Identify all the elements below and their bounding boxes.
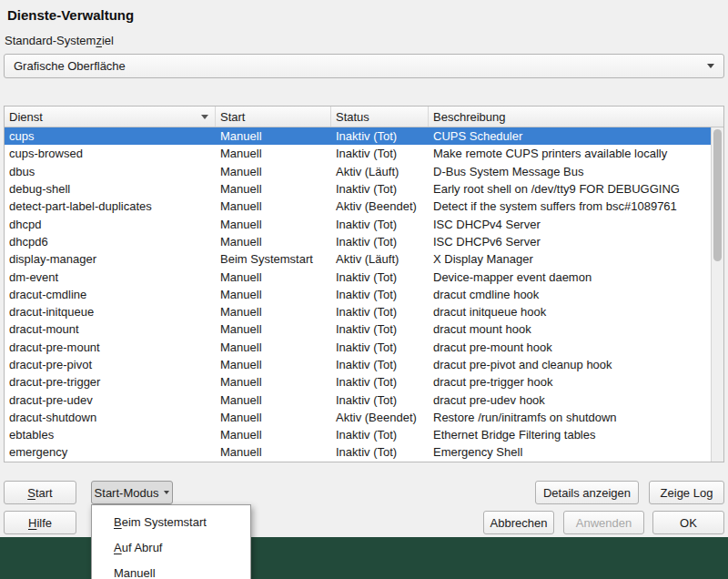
start-button[interactable]: Start	[4, 481, 76, 504]
cell-start: Manuell	[216, 375, 331, 389]
table-row[interactable]: dracut-mountManuellInaktiv (Tot)dracut m…	[5, 320, 711, 338]
cell-description: Early root shell on /dev/tty9 FOR DEBUGG…	[429, 182, 711, 196]
table-row[interactable]: ebtablesManuellInaktiv (Tot)Ethernet Bri…	[5, 426, 711, 443]
menu-item-label: eim Systemstart	[122, 515, 207, 529]
cell-description: dracut mount hook	[429, 322, 711, 336]
start-mode-menu: Beim SystemstartAuf AbrufManuell	[91, 504, 251, 579]
cell-description: D-Bus System Message Bus	[429, 165, 711, 178]
menu-item[interactable]: Auf Abruf	[92, 534, 250, 560]
cell-status: Inaktiv (Tot)	[331, 235, 429, 249]
table-row[interactable]: dhcpd6ManuellInaktiv (Tot)ISC DHCPv6 Ser…	[5, 233, 711, 250]
column-header-label: Dienst	[9, 110, 43, 124]
cell-service: dracut-pre-pivot	[5, 358, 216, 371]
menu-item[interactable]: Beim Systemstart	[92, 509, 250, 534]
cell-description: dracut pre-udev hook	[429, 393, 711, 407]
table-row[interactable]: dracut-pre-pivotManuellInaktiv (Tot)drac…	[5, 356, 711, 373]
help-button[interactable]: Hilfe	[4, 511, 76, 534]
chevron-down-icon	[164, 491, 169, 494]
cell-description: Device-mapper event daemon	[429, 270, 711, 284]
apply-button[interactable]: Anwenden	[563, 511, 644, 534]
table-row[interactable]: dm-eventManuellInaktiv (Tot)Device-mappe…	[5, 268, 711, 285]
cell-status: Inaktiv (Tot)	[331, 428, 429, 442]
combobox-value: Grafische Oberfläche	[14, 59, 126, 73]
table-header: Dienst Start Status Beschreibung	[5, 107, 723, 127]
cell-status: Inaktiv (Tot)	[331, 340, 429, 354]
table-row[interactable]: dracut-pre-triggerManuellInaktiv (Tot)dr…	[5, 373, 711, 391]
table-row[interactable]: cups-browsedManuellInaktiv (Tot)Make rem…	[5, 145, 711, 162]
cell-description: dracut initqueue hook	[429, 305, 711, 319]
column-header-status[interactable]: Status	[331, 107, 429, 127]
table-row[interactable]: cupsManuellInaktiv (Tot)CUPS Scheduler	[5, 127, 711, 145]
cell-status: Aktiv (Beendet)	[331, 411, 429, 424]
cell-start: Manuell	[216, 393, 331, 407]
table-row[interactable]: emergencyManuellInaktiv (Tot)Emergency S…	[5, 443, 711, 461]
services-table: Dienst Start Status Beschreibung cupsMan…	[4, 106, 724, 462]
cell-description: CUPS Scheduler	[429, 129, 711, 143]
table-row[interactable]: dbusManuellAktiv (Läuft)D-Bus System Mes…	[5, 163, 711, 180]
page-title: Dienste-Verwaltung	[7, 7, 134, 23]
cell-service: emergency	[5, 445, 216, 459]
column-header-label: Status	[336, 110, 369, 124]
cell-start: Manuell	[216, 218, 331, 231]
cell-service: ebtables	[5, 428, 216, 442]
column-header-label: Start	[220, 110, 245, 124]
menu-item-label: uf Abruf	[122, 541, 163, 554]
show-log-button[interactable]: Zeige Log	[649, 481, 724, 504]
scrollbar-thumb[interactable]	[713, 129, 722, 261]
ok-button[interactable]: OK	[652, 511, 724, 534]
cancel-button[interactable]: Abbrechen	[483, 511, 554, 534]
cell-start: Manuell	[216, 445, 331, 459]
cell-service: dracut-pre-trigger	[5, 375, 216, 389]
cell-start: Manuell	[216, 270, 331, 284]
cell-description: Restore /run/initramfs on shutdown	[429, 411, 711, 424]
menu-item-mnemonic: B	[114, 515, 122, 529]
cell-status: Inaktiv (Tot)	[331, 445, 429, 459]
button-label: tart	[35, 486, 53, 500]
column-header-dienst[interactable]: Dienst	[5, 107, 216, 127]
button-label: Start-Modus	[95, 486, 159, 500]
column-header-start[interactable]: Start	[216, 107, 331, 127]
cell-service: dracut-pre-mount	[5, 340, 216, 354]
cell-service: dhcpd6	[5, 235, 216, 249]
cell-description: dracut pre-mount hook	[429, 340, 711, 354]
button-label: S	[27, 486, 35, 500]
show-details-button[interactable]: Details anzeigen	[535, 481, 639, 504]
cell-start: Manuell	[216, 411, 331, 424]
cell-start: Manuell	[216, 358, 331, 371]
cell-status: Inaktiv (Tot)	[331, 218, 429, 231]
table-row[interactable]: display-managerBeim SystemstartAktiv (Lä…	[5, 250, 711, 268]
menu-item[interactable]: Manuell	[92, 560, 250, 579]
table-row[interactable]: dracut-shutdownManuellAktiv (Beendet)Res…	[5, 409, 711, 426]
cell-status: Aktiv (Beendet)	[331, 199, 429, 213]
default-system-target-label: Standard-Systemziel	[5, 34, 114, 47]
table-body: cupsManuellInaktiv (Tot)CUPS Schedulercu…	[5, 127, 723, 462]
table-row[interactable]: dracut-cmdlineManuellInaktiv (Tot)dracut…	[5, 286, 711, 303]
cell-service: detect-part-label-duplicates	[5, 199, 216, 213]
vertical-scrollbar[interactable]	[711, 127, 723, 462]
table-row[interactable]: dracut-pre-udevManuellInaktiv (Tot)dracu…	[5, 391, 711, 408]
cell-service: dracut-cmdline	[5, 288, 216, 301]
label-text: iel	[102, 34, 114, 47]
table-row[interactable]: dhcpdManuellInaktiv (Tot)ISC DHCPv4 Serv…	[5, 215, 711, 232]
services-manager-dialog: Dienste-Verwaltung Standard-Systemziel G…	[0, 0, 728, 537]
table-row[interactable]: detect-part-label-duplicatesManuellAktiv…	[5, 198, 711, 215]
cell-service: cups-browsed	[5, 147, 216, 160]
column-header-beschreibung[interactable]: Beschreibung	[429, 107, 723, 127]
table-row[interactable]: dracut-pre-mountManuellInaktiv (Tot)drac…	[5, 339, 711, 356]
table-row[interactable]: debug-shellManuellInaktiv (Tot)Early roo…	[5, 180, 711, 198]
label-text: Standard-System	[5, 34, 96, 47]
start-mode-button[interactable]: Start-Modus	[91, 481, 173, 504]
menu-item-mnemonic: A	[114, 541, 122, 554]
cell-service: dracut-mount	[5, 322, 216, 336]
cell-status: Inaktiv (Tot)	[331, 288, 429, 301]
cell-start: Manuell	[216, 147, 331, 160]
cell-start: Manuell	[216, 235, 331, 249]
cell-start: Manuell	[216, 340, 331, 354]
cell-status: Inaktiv (Tot)	[331, 270, 429, 284]
cell-start: Manuell	[216, 305, 331, 319]
table-row[interactable]: dracut-initqueueManuellInaktiv (Tot)drac…	[5, 303, 711, 320]
system-target-combobox[interactable]: Grafische Oberfläche	[4, 54, 724, 78]
button-label: H	[28, 516, 36, 530]
cell-description: dracut pre-pivot and cleanup hook	[429, 358, 711, 371]
cell-status: Inaktiv (Tot)	[331, 393, 429, 407]
